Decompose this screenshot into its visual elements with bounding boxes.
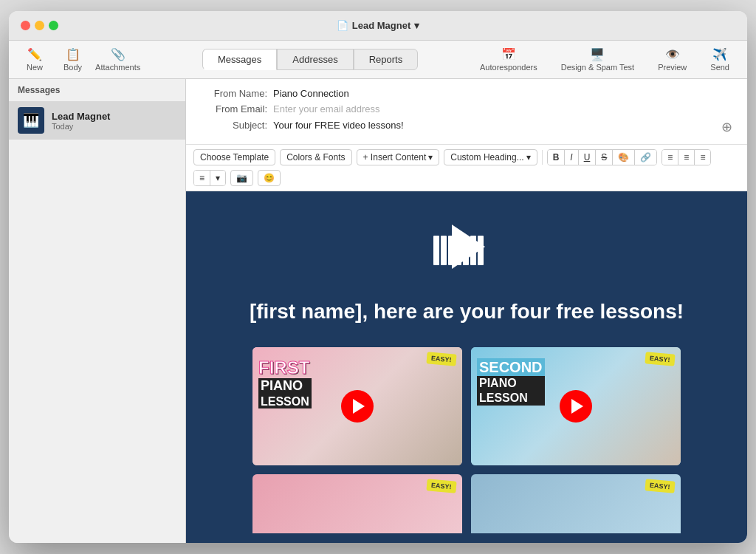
- attachments-button[interactable]: 📎 Attachments: [89, 44, 146, 75]
- list-item[interactable]: 🎹 Lead Magnet Today: [9, 101, 185, 140]
- editor-toolbar: Choose Template Colors & Fonts + Insert …: [186, 145, 747, 191]
- toolbar-right: 📅 Autoresponders 🖥️ Design & Spam Test 👁…: [474, 44, 735, 75]
- toolbar-separator-1: [542, 150, 543, 165]
- tab-reports[interactable]: Reports: [354, 49, 419, 70]
- from-email-field: From Email: Enter your email address: [201, 103, 732, 114]
- underline-button[interactable]: U: [579, 150, 597, 165]
- design-spam-label: Design & Spam Test: [561, 63, 634, 72]
- subject-field: Subject: Your four FREE video lessons!: [201, 120, 721, 131]
- autoresponders-label: Autoresponders: [480, 63, 537, 72]
- email-content: [first name], here are your four free le…: [186, 191, 747, 533]
- email-header: From Name: Piano Connection From Email: …: [186, 79, 747, 145]
- video-title-2: SECOND PIANO LESSON: [477, 358, 545, 405]
- tab-addresses[interactable]: Addresses: [277, 49, 353, 70]
- subject-value[interactable]: Your four FREE video lessons!: [273, 120, 404, 131]
- bold-button[interactable]: B: [548, 150, 566, 165]
- colors-button[interactable]: 🎨: [613, 150, 635, 165]
- align-right-button[interactable]: ≡: [695, 150, 710, 165]
- heading-chevron-icon: ▾: [526, 152, 531, 163]
- custom-heading-button[interactable]: Custom Heading... ▾: [444, 149, 537, 165]
- title-bar: 📄 Lead Magnet ▾: [9, 11, 747, 41]
- strikethrough-button[interactable]: S: [596, 150, 613, 165]
- video-card-1-inner: FIRST PIANO LESSON EASY!: [252, 347, 462, 465]
- email-body: [first name], here are your four free le…: [186, 191, 747, 543]
- attachments-label: Attachments: [95, 63, 140, 72]
- new-icon: ✏️: [27, 47, 42, 61]
- list-button[interactable]: ≡: [194, 171, 210, 185]
- video-card-2[interactable]: SECOND PIANO LESSON EASY!: [471, 347, 681, 465]
- message-name: Lead Magnet: [52, 111, 110, 122]
- design-spam-icon: 🖥️: [590, 47, 605, 61]
- content-area: From Name: Piano Connection From Email: …: [186, 79, 747, 543]
- piano-thumbnail-icon: 🎹: [23, 112, 39, 129]
- video-title-1: FIRST PIANO LESSON: [258, 358, 312, 408]
- document-icon: 📄: [337, 20, 348, 31]
- message-thumbnail: 🎹: [18, 107, 44, 134]
- send-label: Send: [710, 63, 729, 72]
- list-chevron-button[interactable]: ▾: [210, 171, 225, 185]
- piano-play-svg: [433, 221, 500, 276]
- title-bar-center: 📄 Lead Magnet ▾: [21, 20, 735, 31]
- sidebar-header: Messages: [9, 79, 185, 101]
- preview-icon: 👁️: [665, 47, 680, 61]
- main-nav-tabs: Messages Addresses Reports: [158, 49, 462, 70]
- window-title: Lead Magnet: [352, 20, 410, 31]
- from-email-label: From Email:: [201, 103, 267, 114]
- video-card-1[interactable]: FIRST PIANO LESSON EASY!: [252, 347, 462, 465]
- piano-logo: [433, 221, 500, 276]
- chevron-down-icon[interactable]: ▾: [414, 20, 419, 31]
- from-email-input[interactable]: Enter your email address: [273, 103, 380, 114]
- video-grid: FIRST PIANO LESSON EASY!: [252, 347, 681, 465]
- video-card-4-partial[interactable]: EASY!: [471, 474, 681, 533]
- colors-fonts-button[interactable]: Colors & Fonts: [280, 149, 351, 165]
- app-window: 📄 Lead Magnet ▾ ✏️ New 📋 Body 📎 Attachme…: [9, 11, 747, 543]
- autoresponders-button[interactable]: 📅 Autoresponders: [474, 44, 543, 75]
- svg-rect-0: [433, 236, 439, 265]
- main-toolbar: ✏️ New 📋 Body 📎 Attachments Messages Add…: [9, 41, 747, 79]
- send-icon: ✈️: [712, 47, 727, 61]
- emoji-button[interactable]: 😊: [258, 170, 281, 186]
- maximize-button[interactable]: [49, 21, 58, 30]
- traffic-lights: [21, 21, 58, 30]
- from-name-field: From Name: Piano Connection: [201, 88, 732, 99]
- video-card-2-inner: SECOND PIANO LESSON EASY!: [471, 347, 681, 465]
- text-format-group: B I U S 🎨 🔗: [547, 149, 658, 165]
- preview-label: Preview: [658, 63, 687, 72]
- choose-template-button[interactable]: Choose Template: [193, 149, 275, 165]
- align-left-button[interactable]: ≡: [662, 150, 678, 165]
- align-center-button[interactable]: ≡: [678, 150, 695, 165]
- insert-content-button[interactable]: + Insert Content ▾: [357, 149, 440, 165]
- photo-button[interactable]: 📷: [230, 170, 253, 186]
- send-button[interactable]: ✈️ Send: [704, 44, 735, 75]
- body-label: Body: [63, 63, 82, 72]
- message-info: Lead Magnet Today: [52, 111, 110, 131]
- from-name-label: From Name:: [201, 88, 267, 99]
- email-headline: [first name], here are your four free le…: [250, 298, 684, 325]
- subject-row: Subject: Your four FREE video lessons! ⊕: [201, 119, 732, 135]
- minimize-button[interactable]: [35, 21, 44, 30]
- autoresponders-icon: 📅: [501, 47, 516, 61]
- video-card-3-partial[interactable]: EASY!: [252, 474, 462, 533]
- italic-button[interactable]: I: [565, 150, 578, 165]
- main-area: Messages 🎹 Lead Magnet Today From Name: …: [9, 79, 747, 543]
- close-button[interactable]: [21, 21, 30, 30]
- svg-rect-1: [441, 236, 447, 265]
- design-spam-button[interactable]: 🖥️ Design & Spam Test: [555, 44, 640, 75]
- subject-label: Subject:: [201, 120, 267, 131]
- new-button[interactable]: ✏️ New: [21, 44, 49, 75]
- new-label: New: [27, 63, 43, 72]
- insert-chevron-icon: ▾: [428, 152, 433, 163]
- partial-video-row: EASY! EASY!: [252, 474, 681, 533]
- body-button[interactable]: 📋 Body: [58, 44, 88, 75]
- message-date: Today: [52, 122, 110, 131]
- toolbar-left: ✏️ New 📋 Body 📎 Attachments: [21, 44, 146, 75]
- tab-messages[interactable]: Messages: [202, 49, 277, 70]
- from-name-value: Piano Connection: [273, 88, 349, 99]
- link-button[interactable]: 🔗: [635, 150, 656, 165]
- sidebar: Messages 🎹 Lead Magnet Today: [9, 79, 186, 543]
- body-icon: 📋: [66, 47, 80, 61]
- attachments-icon: 📎: [111, 47, 126, 61]
- body-attachments-group: 📋 Body 📎 Attachments: [58, 44, 146, 75]
- preview-button[interactable]: 👁️ Preview: [652, 44, 693, 75]
- expand-icon[interactable]: ⊕: [721, 119, 732, 135]
